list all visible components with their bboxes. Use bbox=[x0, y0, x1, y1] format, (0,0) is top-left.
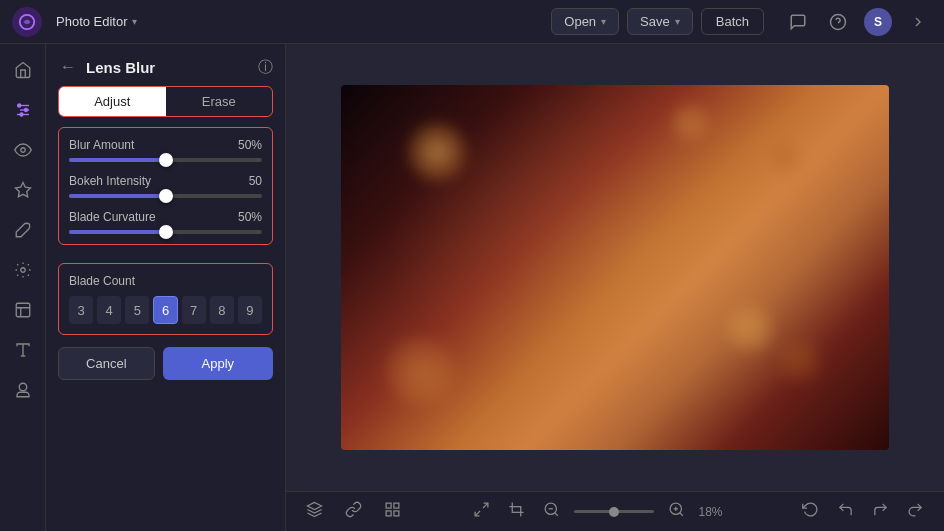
svg-rect-20 bbox=[394, 511, 399, 516]
canvas-content[interactable] bbox=[286, 44, 944, 491]
save-button[interactable]: Save ▾ bbox=[627, 8, 693, 35]
batch-button[interactable]: Batch bbox=[701, 8, 764, 35]
sidebar-adjust-icon[interactable] bbox=[5, 92, 41, 128]
sidebar-view-icon[interactable] bbox=[5, 132, 41, 168]
fit-screen-icon[interactable] bbox=[469, 497, 494, 526]
bottom-right-icons bbox=[798, 497, 928, 526]
blur-amount-value: 50% bbox=[238, 138, 262, 152]
blur-amount-track[interactable] bbox=[69, 158, 262, 162]
blade-option-6[interactable]: 6 bbox=[153, 296, 177, 324]
main-area: ← Lens Blur ⓘ Adjust Erase Blur Amount 5… bbox=[0, 44, 944, 531]
blur-amount-label: Blur Amount bbox=[69, 138, 134, 152]
svg-point-9 bbox=[20, 148, 25, 153]
sidebar-stamp-icon[interactable] bbox=[5, 372, 41, 408]
sliders-area: Blur Amount 50% Bokeh Intensity 50 bbox=[58, 127, 273, 245]
open-button[interactable]: Open ▾ bbox=[551, 8, 619, 35]
help-icon[interactable] bbox=[824, 8, 852, 36]
blade-option-5[interactable]: 5 bbox=[125, 296, 149, 324]
blade-option-9[interactable]: 9 bbox=[238, 296, 262, 324]
sidebar-effects-icon[interactable] bbox=[5, 252, 41, 288]
layers-icon[interactable] bbox=[302, 497, 327, 526]
svg-point-15 bbox=[19, 383, 27, 391]
adjust-erase-tabs: Adjust Erase bbox=[58, 86, 273, 117]
svg-line-22 bbox=[475, 511, 480, 516]
history-icon[interactable] bbox=[903, 497, 928, 526]
top-bar: Photo Editor ▾ Open ▾ Save ▾ Batch S bbox=[0, 0, 944, 44]
blade-count-section: Blade Count 3 4 5 6 7 8 9 bbox=[58, 263, 273, 335]
svg-line-28 bbox=[679, 513, 682, 516]
chat-icon[interactable] bbox=[784, 8, 812, 36]
svg-marker-10 bbox=[15, 183, 30, 197]
zoom-slider[interactable] bbox=[574, 510, 654, 513]
blade-count-label: Blade Count bbox=[69, 274, 262, 288]
zoom-controls: 18% bbox=[469, 497, 735, 526]
back-button[interactable]: ← bbox=[58, 56, 78, 78]
sidebar-paint-icon[interactable] bbox=[5, 212, 41, 248]
blade-curvature-label: Blade Curvature bbox=[69, 210, 156, 224]
refresh-icon[interactable] bbox=[798, 497, 823, 526]
svg-rect-17 bbox=[386, 503, 391, 508]
app-title-text: Photo Editor bbox=[56, 14, 128, 29]
svg-rect-19 bbox=[386, 511, 391, 516]
blade-option-4[interactable]: 4 bbox=[97, 296, 121, 324]
photo-frame bbox=[341, 85, 889, 450]
svg-point-8 bbox=[20, 113, 23, 116]
apply-button[interactable]: Apply bbox=[163, 347, 273, 380]
blur-amount-group: Blur Amount 50% bbox=[69, 138, 262, 162]
grid-icon[interactable] bbox=[380, 497, 405, 526]
bokeh-intensity-group: Bokeh Intensity 50 bbox=[69, 174, 262, 198]
bokeh-intensity-track[interactable] bbox=[69, 194, 262, 198]
app-title-button[interactable]: Photo Editor ▾ bbox=[50, 10, 143, 33]
zoom-in-icon[interactable] bbox=[664, 497, 689, 526]
title-chevron-icon: ▾ bbox=[132, 16, 137, 27]
action-buttons: Cancel Apply bbox=[58, 347, 273, 380]
tab-erase[interactable]: Erase bbox=[166, 87, 273, 116]
lens-blur-panel: ← Lens Blur ⓘ Adjust Erase Blur Amount 5… bbox=[46, 44, 286, 531]
sidebar-home-icon[interactable] bbox=[5, 52, 41, 88]
user-avatar[interactable]: S bbox=[864, 8, 892, 36]
link-icon[interactable] bbox=[341, 497, 366, 526]
svg-point-7 bbox=[24, 109, 27, 112]
blade-option-8[interactable]: 8 bbox=[210, 296, 234, 324]
sidebar-shapes-icon[interactable] bbox=[5, 172, 41, 208]
save-chevron-icon: ▾ bbox=[675, 16, 680, 27]
zoom-out-icon[interactable] bbox=[539, 497, 564, 526]
blade-curvature-track[interactable] bbox=[69, 230, 262, 234]
blade-curvature-value: 50% bbox=[238, 210, 262, 224]
open-chevron-icon: ▾ bbox=[601, 16, 606, 27]
bottom-left-icons bbox=[302, 497, 405, 526]
sidebar-overlay-icon[interactable] bbox=[5, 292, 41, 328]
svg-line-25 bbox=[554, 513, 557, 516]
redo-icon[interactable] bbox=[868, 497, 893, 526]
cancel-button[interactable]: Cancel bbox=[58, 347, 155, 380]
info-icon[interactable]: ⓘ bbox=[258, 58, 273, 77]
bottom-bar: 18% bbox=[286, 491, 944, 531]
bokeh-intensity-value: 50 bbox=[249, 174, 262, 188]
tab-adjust[interactable]: Adjust bbox=[59, 87, 166, 116]
undo-icon[interactable] bbox=[833, 497, 858, 526]
app-logo[interactable] bbox=[12, 7, 42, 37]
svg-line-21 bbox=[482, 503, 487, 508]
svg-marker-16 bbox=[307, 502, 321, 509]
expand-icon[interactable] bbox=[904, 8, 932, 36]
left-sidebar bbox=[0, 44, 46, 531]
bokeh-intensity-label: Bokeh Intensity bbox=[69, 174, 151, 188]
canvas-area: 18% bbox=[286, 44, 944, 531]
svg-point-6 bbox=[17, 104, 20, 107]
blade-option-3[interactable]: 3 bbox=[69, 296, 93, 324]
crop-icon[interactable] bbox=[504, 497, 529, 526]
blade-curvature-group: Blade Curvature 50% bbox=[69, 210, 262, 234]
svg-rect-12 bbox=[16, 303, 30, 317]
svg-rect-23 bbox=[512, 507, 521, 513]
zoom-percent: 18% bbox=[699, 505, 735, 519]
sidebar-text-icon[interactable] bbox=[5, 332, 41, 368]
panel-title: Lens Blur bbox=[86, 59, 250, 76]
blade-option-7[interactable]: 7 bbox=[182, 296, 206, 324]
panel-header: ← Lens Blur ⓘ bbox=[46, 44, 285, 86]
blade-options-group: 3 4 5 6 7 8 9 bbox=[69, 296, 262, 324]
svg-rect-18 bbox=[394, 503, 399, 508]
svg-point-11 bbox=[20, 268, 25, 273]
